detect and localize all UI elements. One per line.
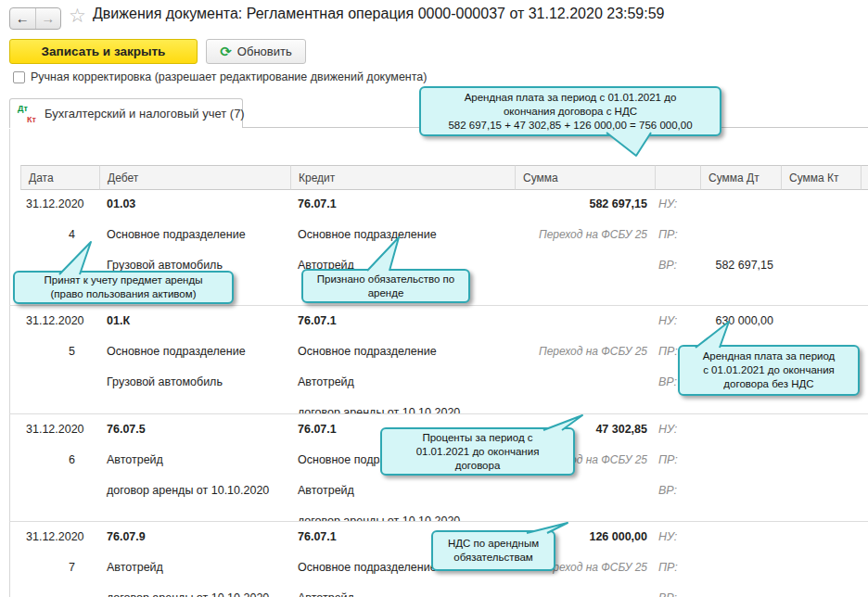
row-sliver bbox=[861, 220, 868, 250]
callout-tail-up bbox=[52, 239, 98, 276]
cell-sum-kt bbox=[781, 189, 861, 220]
cell-sum-kt bbox=[781, 476, 861, 506]
row-sliver bbox=[861, 476, 868, 506]
cell-tax-label: НУ: bbox=[655, 522, 700, 553]
cell-tax-label: ВР: bbox=[655, 250, 700, 281]
cell-credit: договор аренды от 10.10.2020 bbox=[290, 506, 515, 522]
cell-date bbox=[20, 367, 99, 398]
cell-debit bbox=[99, 506, 290, 522]
row-sliver bbox=[861, 553, 868, 583]
cell-sum-dt bbox=[700, 398, 781, 414]
cell-sum-dt bbox=[700, 583, 781, 597]
cell-tax-label bbox=[655, 398, 700, 414]
cell-sum-kt bbox=[781, 522, 861, 553]
column-header[interactable]: Кредит bbox=[290, 165, 515, 190]
cell-tax-label: ВР: bbox=[655, 583, 700, 597]
row-sliver bbox=[861, 506, 868, 522]
cell-sum-dt bbox=[700, 414, 781, 445]
cell-date: 31.12.2020 bbox=[20, 522, 99, 553]
cell-debit: 76.07.9 bbox=[99, 522, 290, 553]
callout-rent-without-vat: Арендная плата за период с 01.01.2021 до… bbox=[678, 345, 860, 396]
cell-sum-kt bbox=[781, 220, 861, 250]
row-gutter bbox=[9, 476, 20, 506]
column-header[interactable] bbox=[655, 165, 700, 190]
cell-sum-kt bbox=[781, 250, 861, 281]
cell-tax-label: ПР: bbox=[655, 220, 700, 250]
header-gutter bbox=[861, 165, 868, 190]
cell-debit: 01.К bbox=[99, 306, 290, 337]
cell-sum-dt bbox=[700, 189, 781, 220]
row-gutter bbox=[9, 522, 20, 553]
cell-sum-kt bbox=[781, 306, 861, 337]
cell-date bbox=[20, 506, 99, 522]
cell-debit: Основное подразделение bbox=[99, 337, 290, 367]
table-row[interactable]: 31.12.202001.К76.07.1НУ:630 000,00 bbox=[9, 306, 868, 337]
table-row[interactable]: 4Основное подразделениеОсновное подразде… bbox=[9, 220, 868, 250]
cell-credit: Автотрейд bbox=[290, 476, 515, 506]
cell-credit: Автотрейд bbox=[290, 367, 515, 398]
row-sliver bbox=[861, 583, 868, 597]
movements-window: ← → ☆ Движения документа: Регламентная о… bbox=[0, 0, 868, 597]
row-gutter bbox=[9, 398, 20, 414]
row-gutter bbox=[9, 367, 20, 398]
row-sliver bbox=[861, 445, 868, 476]
cell-debit: Автотрейд bbox=[99, 553, 290, 583]
callout-tail-up bbox=[688, 319, 734, 349]
table-row[interactable]: договор аренды от 10.10.2020 bbox=[9, 506, 868, 522]
callout-tail-up-right bbox=[536, 413, 586, 432]
row-sliver bbox=[861, 250, 868, 281]
row-gutter bbox=[9, 553, 20, 583]
row-sliver bbox=[861, 337, 868, 367]
table-row[interactable]: договор аренды от 10.10.2020АвтотрейдВР: bbox=[9, 583, 868, 597]
cell-sum-dt bbox=[700, 445, 781, 476]
row-gutter bbox=[9, 445, 20, 476]
row-sliver bbox=[861, 398, 868, 414]
row-gutter bbox=[9, 306, 20, 337]
column-header[interactable]: Сумма Кт bbox=[781, 165, 861, 190]
callout-lease-liability-recognized: Признано обязательство по аренде bbox=[301, 269, 470, 303]
cell-sum-dt bbox=[700, 476, 781, 506]
cell-amount bbox=[515, 398, 655, 414]
header-gutter bbox=[9, 165, 20, 190]
cell-credit: 76.07.1 bbox=[290, 306, 515, 337]
cell-credit: Автотрейд bbox=[290, 583, 515, 597]
cell-tax-label: ПР: bbox=[655, 553, 700, 583]
table-row[interactable]: договор аренды от 10.10.2020 bbox=[9, 398, 868, 414]
column-header[interactable]: Сумма Дт bbox=[700, 165, 781, 190]
cell-sum-kt bbox=[781, 398, 861, 414]
cell-date: 31.12.2020 bbox=[20, 414, 99, 445]
cell-amount bbox=[515, 476, 655, 506]
row-gutter bbox=[9, 506, 20, 522]
row-sliver bbox=[861, 367, 868, 398]
cell-date: 31.12.2020 bbox=[20, 306, 99, 337]
cell-sum-kt bbox=[781, 583, 861, 597]
callout-tail-down bbox=[603, 132, 655, 158]
cell-debit: 76.07.5 bbox=[99, 414, 290, 445]
cell-sum-kt bbox=[781, 506, 861, 522]
column-header[interactable]: Сумма bbox=[515, 165, 655, 190]
row-gutter bbox=[9, 189, 20, 220]
column-header[interactable]: Дебет bbox=[99, 165, 290, 190]
cell-amount: 582 697,15 bbox=[515, 189, 655, 220]
cell-date: 7 bbox=[20, 553, 99, 583]
cell-credit: 76.07.1 bbox=[290, 189, 515, 220]
cell-date: 31.12.2020 bbox=[20, 189, 99, 220]
cell-debit: 01.03 bbox=[99, 189, 290, 220]
cell-amount bbox=[515, 367, 655, 398]
cell-tax-label bbox=[655, 506, 700, 522]
cell-date bbox=[20, 476, 99, 506]
table-row[interactable]: договор аренды от 10.10.2020АвтотрейдВР: bbox=[9, 476, 868, 506]
cell-amount: Переход на ФСБУ 25 bbox=[515, 220, 655, 250]
cell-debit: Автотрейд bbox=[99, 445, 290, 476]
cell-amount bbox=[515, 250, 655, 281]
cell-amount bbox=[515, 506, 655, 522]
row-gutter bbox=[9, 414, 20, 445]
column-header[interactable]: Дата bbox=[20, 165, 99, 190]
cell-debit: Грузовой автомобиль bbox=[99, 367, 290, 398]
cell-debit: Основное подразделение bbox=[99, 220, 290, 250]
cell-date bbox=[20, 583, 99, 597]
cell-sum-kt bbox=[781, 445, 861, 476]
table-row[interactable]: 31.12.202001.0376.07.1582 697,15НУ: bbox=[9, 189, 868, 220]
cell-sum-dt bbox=[700, 220, 781, 250]
cell-sum-dt bbox=[700, 522, 781, 553]
